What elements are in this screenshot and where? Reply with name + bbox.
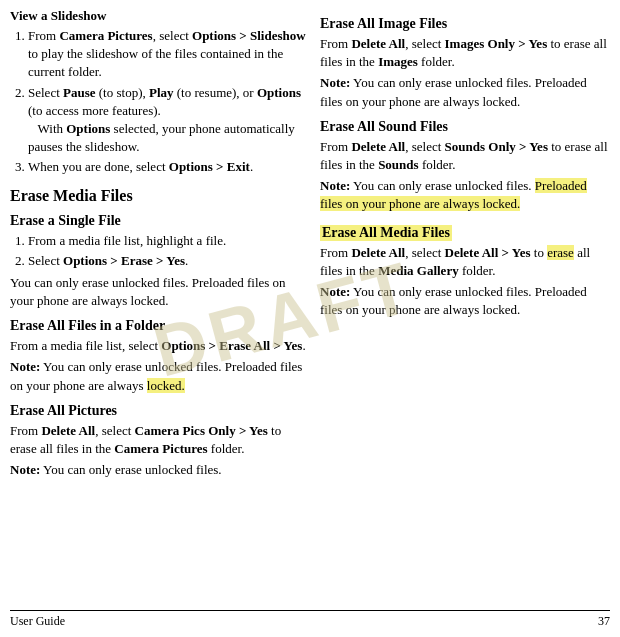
erase-image-intro: From Delete All, select Images Only > Ye… — [320, 35, 610, 71]
erase-all-pictures-note: Note: You can only erase unlocked files. — [10, 461, 310, 479]
erase-all-folder-note: Note: You can only erase unlocked files.… — [10, 358, 310, 394]
erase-all-media-section: Erase All Media Files From Delete All, s… — [320, 217, 610, 320]
right-column: Erase All Image Files From Delete All, s… — [320, 8, 610, 610]
erase-sound-files-heading: Erase All Sound Files — [320, 119, 610, 135]
footer-right: 37 — [598, 614, 610, 629]
erase-single-file-section: Erase a Single File From a media file li… — [10, 213, 310, 311]
step-1: From Camera Pictures, select Options > S… — [28, 27, 310, 82]
erase-single-file-heading: Erase a Single File — [10, 213, 310, 229]
erase-all-folder-section: Erase All Files in a Folder From a media… — [10, 318, 310, 395]
erase-image-note: Note: You can only erase unlocked files.… — [320, 74, 610, 110]
view-slideshow-heading: View a Slideshow — [10, 8, 310, 24]
footer-left: User Guide — [10, 614, 65, 629]
erase-all-folder-intro: From a media file list, select Options >… — [10, 337, 310, 355]
erase-all-media-intro: From Delete All, select Delete All > Yes… — [320, 244, 610, 280]
erase-single-step-1: From a media file list, highlight a file… — [28, 232, 310, 250]
left-column: View a Slideshow From Camera Pictures, s… — [10, 8, 310, 610]
page-footer: User Guide 37 — [10, 610, 610, 629]
erase-all-folder-heading: Erase All Files in a Folder — [10, 318, 310, 334]
erase-sound-files-section: Erase All Sound Files From Delete All, s… — [320, 119, 610, 214]
erase-all-media-note: Note: You can only erase unlocked files.… — [320, 283, 610, 319]
page-container: DRAFT View a Slideshow From Camera Pictu… — [0, 0, 620, 637]
view-slideshow-steps: From Camera Pictures, select Options > S… — [10, 27, 310, 177]
erase-single-step-2: Select Options > Erase > Yes. — [28, 252, 310, 270]
step-3: When you are done, select Options > Exit… — [28, 158, 310, 176]
erase-all-media-heading: Erase All Media Files — [320, 225, 452, 241]
erase-image-files-heading: Erase All Image Files — [320, 16, 610, 32]
erase-all-pictures-heading: Erase All Pictures — [10, 403, 310, 419]
view-slideshow-section: View a Slideshow From Camera Pictures, s… — [10, 8, 310, 177]
erase-image-files-section: Erase All Image Files From Delete All, s… — [320, 16, 610, 111]
erase-sound-note: Note: You can only erase unlocked files.… — [320, 177, 610, 213]
erase-media-heading: Erase Media Files — [10, 187, 310, 205]
erase-single-note: You can only erase unlocked files. Prelo… — [10, 274, 310, 310]
erase-all-pictures-section: Erase All Pictures From Delete All, sele… — [10, 403, 310, 480]
erase-sound-intro: From Delete All, select Sounds Only > Ye… — [320, 138, 610, 174]
erase-all-pictures-intro: From Delete All, select Camera Pics Only… — [10, 422, 310, 458]
step-2: Select Pause (to stop), Play (to resume)… — [28, 84, 310, 157]
erase-single-steps: From a media file list, highlight a file… — [10, 232, 310, 270]
content-area: View a Slideshow From Camera Pictures, s… — [10, 8, 610, 610]
